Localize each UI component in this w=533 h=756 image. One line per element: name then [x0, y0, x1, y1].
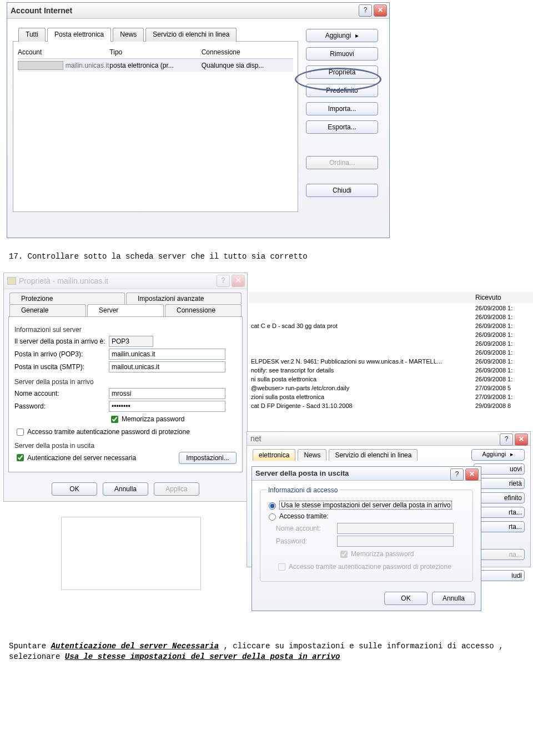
email-row: 26/09/2008 1: [249, 339, 533, 348]
label-account-2: Nome account: [276, 525, 337, 532]
account-field-2 [337, 523, 454, 534]
list-header: Account Tipo Connessione [18, 46, 293, 59]
props-footer: OK Annulla Applica [4, 477, 247, 501]
tab-all[interactable]: Tutti [18, 28, 46, 42]
props-title: Proprietà - mailin.unicas.it [19, 276, 108, 285]
cancel-button[interactable]: Annulla [103, 482, 148, 496]
group-server-info: Informazioni sul server [14, 326, 237, 334]
help-icon[interactable]: ? [359, 4, 372, 17]
list-row[interactable]: mailin.unicas.it posta elettronica (pr..… [18, 59, 293, 72]
outgoing-server-dialog: Server della posta in uscita ? ✕ Informa… [252, 466, 481, 611]
tab-mail[interactable]: Posta elettronica [47, 28, 111, 42]
sort-button: Ordina... [306, 156, 378, 169]
email-subject: zioni sulla posta elettronica [251, 394, 475, 400]
label-server-type: Il server della posta in arrivo è: [14, 337, 109, 345]
label-pop3: Posta in arrivo (POP3): [14, 350, 109, 358]
remove-button[interactable]: Rimuovi [306, 47, 378, 61]
cancel-button-2[interactable]: Annulla [432, 592, 475, 605]
email-date: 26/09/2008 1: [475, 349, 531, 356]
group-legend: Informazioni di accesso [266, 486, 340, 494]
smtp-field[interactable] [109, 361, 225, 372]
radio-same-settings[interactable] [269, 502, 276, 510]
secure-checkbox-2 [278, 563, 285, 571]
help-icon[interactable]: ? [450, 468, 464, 481]
outgoing-title: Server della posta in uscita [255, 469, 349, 477]
email-subject [251, 340, 475, 347]
radio-access-via[interactable] [269, 513, 276, 521]
email-subject: cat D FP Dirigente - Sacd 31.10.2008 [251, 402, 475, 409]
ok-button[interactable]: OK [52, 482, 97, 496]
tab-advanced[interactable]: Impostazioni avanzate [126, 293, 242, 304]
password-field[interactable] [109, 401, 225, 412]
add-button[interactable]: Aggiungi▸ [306, 29, 378, 42]
tab-security[interactable]: Protezione [9, 293, 125, 304]
account-name-field[interactable] [109, 388, 225, 399]
close-icon[interactable]: ✕ [374, 4, 387, 17]
tab-server[interactable]: Server [87, 304, 164, 316]
step-text: 17. Controllare sotto la scheda server c… [9, 251, 524, 263]
email-subject [251, 331, 475, 338]
close-button[interactable]: Chiudi [306, 184, 378, 197]
col-type: Tipo [109, 48, 201, 56]
props-body: Informazioni sul server Il server della … [8, 316, 243, 472]
secure-auth-checkbox[interactable] [17, 429, 24, 436]
email-date: 26/09/2008 1: [475, 331, 531, 338]
label-same-settings: Usa le stesse impostazioni del server de… [279, 501, 452, 510]
email-date: 26/09/2008 1: [475, 314, 531, 320]
group-outgoing: Server della posta in uscita [14, 442, 237, 450]
ok-button-2[interactable]: OK [384, 592, 428, 605]
accounts-dialog: Account Internet ? ✕ Tutti Posta elettro… [7, 2, 390, 238]
memorize-checkbox[interactable] [111, 416, 118, 423]
label-password: Password: [14, 402, 109, 410]
email-subject: cat C e D - scad 30 gg data prot [251, 322, 475, 329]
help-icon[interactable]: ? [500, 434, 513, 446]
email-subject: notify: see transcript for details [251, 367, 475, 374]
email-date: 26/09/2008 1: [475, 322, 531, 329]
props-tabs-row2: Generale Server Connessione [4, 304, 247, 316]
email-subject: @webuser> run-parts /etc/cron.daily [251, 385, 475, 391]
email-subject: ni sulla posta elettronica [251, 376, 475, 382]
email-row: cat D FP Dirigente - Sacd 31.10.200829/0… [249, 401, 533, 410]
tab-connection[interactable]: Connessione [165, 304, 242, 316]
import-button[interactable]: Importa... [306, 102, 378, 115]
help-icon[interactable]: ? [217, 275, 230, 287]
props-tabs-row1: Protezione Impostazioni avanzate [4, 289, 247, 304]
email-row: 26/09/2008 1: [249, 304, 533, 313]
settings-button[interactable]: Impostazioni... [179, 452, 237, 464]
default-button[interactable]: Predefinito [306, 84, 378, 97]
mail-account-icon [18, 61, 63, 70]
tab-news-2[interactable]: News [298, 449, 326, 461]
email-row: zioni sulla posta elettronica27/09/2008 … [249, 392, 533, 401]
tab-mail-2[interactable]: elettronica [253, 449, 295, 461]
tab-news[interactable]: News [113, 28, 144, 42]
close-icon[interactable]: ✕ [232, 275, 245, 287]
col-received: Ricevuto [475, 294, 531, 301]
label-secure-auth: Accesso tramite autenticazione password … [27, 428, 190, 436]
label-memorize-2: Memorizza password [351, 550, 414, 558]
label-access-via: Accesso tramite: [279, 512, 329, 520]
label-secure-2: Accesso tramite autenticazione password … [289, 563, 451, 571]
tab-directory[interactable]: Servizio di elenchi in linea [145, 28, 237, 42]
apply-button: Applica [154, 482, 199, 496]
export-button[interactable]: Esporta... [306, 120, 378, 134]
close-icon[interactable]: ✕ [515, 434, 528, 446]
email-row: cat C e D - scad 30 gg data prot26/09/20… [249, 321, 533, 330]
add-button-2[interactable]: Aggiungi▸ [471, 449, 525, 461]
email-date: 26/09/2008 1: [475, 358, 531, 365]
label-smtp: Posta in uscita (SMTP): [14, 363, 109, 371]
email-row: notify: see transcript for details26/09/… [249, 366, 533, 375]
mail-icon [7, 277, 16, 285]
email-row: 26/09/2008 1: [249, 313, 533, 321]
email-subject [251, 349, 475, 356]
email-date: 27/09/2008 1: [475, 394, 531, 400]
tab-dir-2[interactable]: Servizio di elenchi in linea [329, 449, 418, 461]
properties-button[interactable]: Proprietà [306, 65, 378, 79]
tab-general[interactable]: Generale [9, 304, 86, 316]
email-row: ni sulla posta elettronica26/09/2008 1: [249, 375, 533, 384]
email-date: 27/09/2008 5 [475, 385, 531, 391]
pop3-field[interactable] [109, 349, 225, 360]
email-subject [251, 314, 475, 320]
close-icon[interactable]: ✕ [465, 468, 479, 481]
auth-required-checkbox[interactable] [17, 454, 24, 461]
email-date: 26/09/2008 1: [475, 305, 531, 311]
